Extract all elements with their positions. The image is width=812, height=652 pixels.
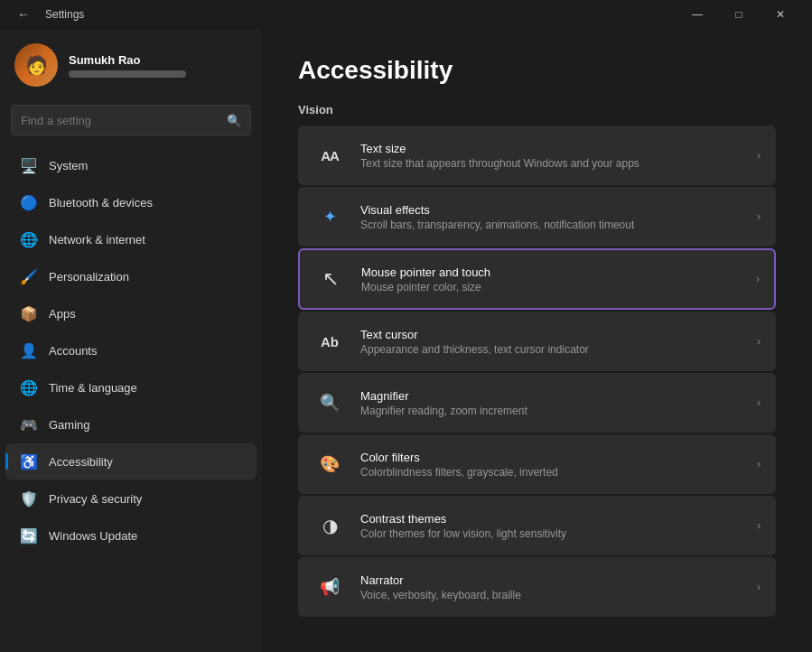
text-cursor-desc: Appearance and thickness, text cursor in…: [360, 343, 742, 356]
sidebar-item-label: Accessibility: [49, 455, 113, 469]
apps-icon: 📦: [20, 304, 38, 322]
contrast-themes-desc: Color themes for low vision, light sensi…: [360, 527, 742, 540]
personalization-icon: 🖌️: [20, 267, 38, 285]
settings-item-text-size[interactable]: AA Text size Text size that appears thro…: [298, 126, 776, 185]
text-size-title: Text size: [360, 142, 742, 155]
mouse-pointer-desc: Mouse pointer color, size: [361, 281, 742, 293]
minimize-button[interactable]: —: [677, 0, 718, 29]
sidebar-item-accounts[interactable]: 👤 Accounts: [5, 332, 257, 368]
settings-item-narrator-text: Narrator Voice, verbosity, keyboard, bra…: [360, 573, 742, 601]
sidebar-item-label: Gaming: [49, 418, 90, 432]
sidebar-item-system[interactable]: 🖥️ System: [5, 147, 257, 183]
magnifier-title: Magnifier: [360, 389, 742, 403]
chevron-icon: ›: [757, 519, 761, 532]
contrast-themes-icon: ◑: [313, 509, 346, 542]
search-box[interactable]: 🔍: [11, 105, 251, 135]
sidebar-item-label: System: [49, 159, 88, 172]
network-icon: 🌐: [20, 230, 38, 248]
settings-item-color-filters[interactable]: 🎨 Color filters Colorblindness filters, …: [298, 434, 776, 494]
search-input[interactable]: [21, 114, 219, 127]
visual-effects-title: Visual effects: [360, 203, 742, 217]
sidebar-item-label: Windows Update: [49, 529, 137, 543]
time-icon: 🌐: [20, 378, 38, 396]
title-bar-left: ← Settings: [11, 2, 84, 27]
window-controls: — □ ✕: [677, 0, 801, 29]
bluetooth-icon: 🔵: [20, 193, 38, 211]
settings-item-visual-effects[interactable]: ✦ Visual effects Scroll bars, transparen…: [298, 187, 776, 247]
text-cursor-title: Text cursor: [360, 328, 742, 341]
section-label: Vision: [298, 103, 776, 116]
sidebar-item-label: Personalization: [49, 270, 129, 284]
sidebar-item-apps[interactable]: 📦 Apps: [5, 295, 257, 331]
settings-list: AA Text size Text size that appears thro…: [298, 126, 776, 617]
sidebar-item-label: Accounts: [49, 344, 97, 358]
chevron-icon: ›: [757, 458, 761, 470]
narrator-icon: 📢: [313, 571, 346, 603]
magnifier-desc: Magnifier reading, zoom increment: [360, 405, 742, 417]
settings-item-magnifier-text: Magnifier Magnifier reading, zoom increm…: [360, 389, 742, 417]
settings-item-text-cursor[interactable]: Ab Text cursor Appearance and thickness,…: [298, 312, 776, 371]
gaming-icon: 🎮: [20, 415, 38, 433]
settings-item-contrast-themes[interactable]: ◑ Contrast themes Color themes for low v…: [298, 496, 776, 555]
page-title: Accessibility: [298, 56, 776, 85]
mouse-pointer-title: Mouse pointer and touch: [361, 265, 742, 279]
sidebar-item-privacy[interactable]: 🛡️ Privacy & security: [5, 480, 257, 517]
visual-effects-icon: ✦: [313, 200, 346, 233]
user-info: Sumukh Rao: [69, 53, 186, 78]
user-email-placeholder: [69, 70, 186, 78]
chevron-icon: ›: [757, 396, 761, 409]
settings-item-mouse-pointer[interactable]: ↖ Mouse pointer and touch Mouse pointer …: [298, 248, 776, 310]
close-button[interactable]: ✕: [760, 0, 801, 29]
text-size-desc: Text size that appears throughout Window…: [360, 157, 742, 170]
settings-item-magnifier[interactable]: 🔍 Magnifier Magnifier reading, zoom incr…: [298, 373, 776, 433]
sidebar-item-bluetooth[interactable]: 🔵 Bluetooth & devices: [5, 184, 257, 220]
user-name: Sumukh Rao: [69, 53, 186, 67]
color-filters-title: Color filters: [360, 451, 742, 464]
main-content: Accessibility Vision AA Text size Text s…: [262, 29, 812, 652]
sidebar-item-windows-update[interactable]: 🔄 Windows Update: [5, 517, 257, 554]
sidebar-item-gaming[interactable]: 🎮 Gaming: [5, 406, 257, 442]
contrast-themes-title: Contrast themes: [360, 512, 742, 526]
narrator-title: Narrator: [360, 573, 742, 587]
sidebar: 🧑 Sumukh Rao 🔍 🖥️ System 🔵 Bluetooth & d…: [0, 29, 262, 652]
settings-item-text-cursor-text: Text cursor Appearance and thickness, te…: [360, 328, 742, 356]
settings-item-text-size-text: Text size Text size that appears through…: [360, 142, 742, 170]
accounts-icon: 👤: [20, 341, 38, 359]
accessibility-icon: ♿: [20, 452, 38, 470]
text-size-icon: AA: [313, 139, 346, 172]
windows-update-icon: 🔄: [20, 526, 38, 545]
search-icon: 🔍: [227, 114, 241, 127]
chevron-icon: ›: [757, 210, 761, 223]
sidebar-item-label: Time & language: [49, 381, 137, 395]
nav-list: 🖥️ System 🔵 Bluetooth & devices 🌐 Networ…: [0, 146, 262, 652]
chevron-icon: ›: [757, 335, 761, 348]
app-title: Settings: [45, 8, 84, 21]
privacy-icon: 🛡️: [20, 489, 38, 508]
chevron-icon: ›: [757, 149, 761, 162]
maximize-button[interactable]: □: [718, 0, 760, 29]
back-button[interactable]: ←: [11, 2, 36, 27]
color-filters-icon: 🎨: [313, 448, 346, 480]
user-section: 🧑 Sumukh Rao: [0, 29, 262, 101]
settings-item-color-filters-text: Color filters Colorblindness filters, gr…: [360, 451, 742, 479]
sidebar-item-network[interactable]: 🌐 Network & internet: [5, 221, 257, 257]
magnifier-icon: 🔍: [313, 387, 346, 419]
settings-item-visual-effects-text: Visual effects Scroll bars, transparency…: [360, 203, 742, 231]
sidebar-item-label: Bluetooth & devices: [49, 196, 153, 210]
color-filters-desc: Colorblindness filters, grayscale, inver…: [360, 466, 742, 479]
text-cursor-icon: Ab: [313, 325, 346, 358]
sidebar-item-personalization[interactable]: 🖌️ Personalization: [5, 258, 257, 294]
visual-effects-desc: Scroll bars, transparency, animations, n…: [360, 219, 742, 231]
system-icon: 🖥️: [20, 156, 38, 174]
sidebar-item-label: Apps: [49, 307, 76, 321]
sidebar-item-accessibility[interactable]: ♿ Accessibility: [5, 443, 257, 480]
sidebar-item-label: Privacy & security: [49, 492, 142, 506]
chevron-icon: ›: [757, 581, 761, 593]
narrator-desc: Voice, verbosity, keyboard, braille: [360, 589, 742, 601]
avatar: 🧑: [14, 43, 58, 87]
app-container: 🧑 Sumukh Rao 🔍 🖥️ System 🔵 Bluetooth & d…: [0, 29, 812, 652]
sidebar-item-label: Network & internet: [49, 233, 145, 247]
settings-item-narrator[interactable]: 📢 Narrator Voice, verbosity, keyboard, b…: [298, 557, 776, 617]
sidebar-item-time[interactable]: 🌐 Time & language: [5, 369, 257, 405]
title-bar: ← Settings — □ ✕: [0, 0, 812, 29]
